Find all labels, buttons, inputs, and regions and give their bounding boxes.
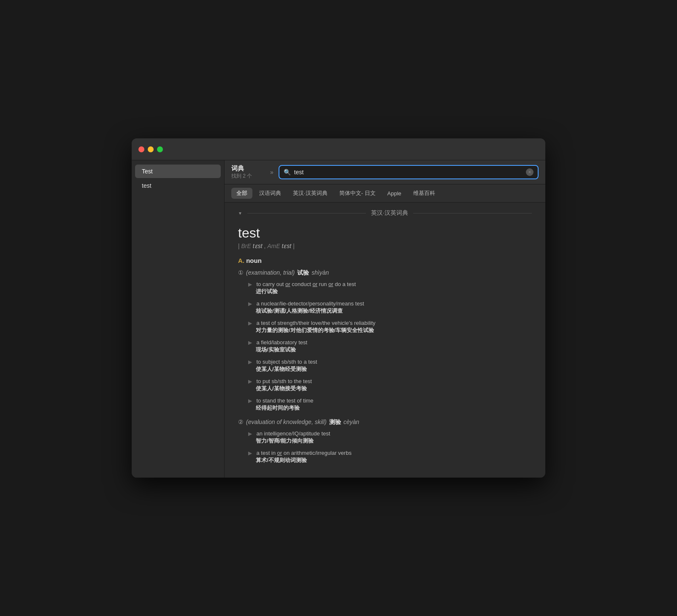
search-box: 🔍 × [279, 165, 539, 179]
header-subtitle: 找到 2 个 [231, 173, 265, 180]
example-1-6: ▶ to put sb/sth to the test 使某人/某物接受考验 [248, 377, 532, 392]
maximize-button[interactable] [157, 146, 163, 152]
example-zh: 现场/实验室试验 [256, 346, 532, 354]
main-layout: Test test 词典 找到 2 个 » 🔍 × [132, 160, 545, 478]
divider-left [247, 213, 366, 213]
example-1-7: ▶ to stand the test of time 经得起时间的考验 [248, 397, 532, 412]
bre-ipa: tɛst [253, 243, 263, 249]
example-zh: 智力/智商/能力倾向测验 [256, 437, 532, 445]
titlebar [132, 138, 545, 160]
example-1-3: ▶ a test of strength/their love/the vehi… [248, 319, 532, 334]
right-panel: 词典 找到 2 个 » 🔍 × 全部 汉语词典 英汉·汉英词典 简体中文- 日文 [225, 160, 545, 478]
content-area: ▼ 英汉·汉英词典 test | BrE tɛst , AmE tɛst | [225, 203, 545, 478]
example-zh: 核试验/测谎/人格测验/经济情况调查 [256, 307, 532, 315]
ame-ipa: tɛst [282, 243, 291, 249]
example-en: a test of strength/their love/the vehicl… [256, 320, 375, 326]
example-en: to carry out or conduct or run or do a t… [256, 281, 356, 287]
header-row: 词典 找到 2 个 » 🔍 × [225, 160, 545, 184]
close-button[interactable] [138, 146, 144, 152]
phonetics-separator-post: | [293, 243, 295, 249]
example-en: a field/laboratory test [256, 339, 307, 346]
sidebar-item-test[interactable]: test [135, 179, 221, 192]
minimize-button[interactable] [148, 146, 154, 152]
example-en: an intelligence/IQ/aptitude test [256, 430, 330, 437]
example-en: to put sb/sth to the test [256, 378, 312, 384]
traffic-lights [138, 146, 163, 152]
header-title: 词典 [231, 165, 265, 173]
example-zh: 经得起时间的考验 [256, 404, 532, 412]
example-en: to subject sb/sth to a test [256, 359, 317, 365]
pos-section-a: A. noun ① (examination, trial) 试验 shìyàn [238, 257, 532, 464]
search-icon: 🔍 [284, 169, 291, 176]
example-zh: 使某人/某物接受考验 [256, 385, 532, 392]
example-1-5: ▶ to subject sb/sth to a test 使某人/某物经受测验 [248, 358, 532, 373]
phonetics: | BrE tɛst , AmE tɛst | [238, 243, 532, 249]
example-zh: 使某人/某物经受测验 [256, 365, 532, 373]
tab-apple[interactable]: Apple [382, 189, 406, 198]
search-clear-button[interactable]: × [526, 168, 533, 176]
sidebar-item-Test[interactable]: Test [135, 165, 221, 178]
ame-label: AmE [267, 243, 280, 249]
search-input[interactable] [294, 169, 523, 176]
collapse-icon[interactable]: ▼ [238, 211, 242, 216]
filter-tabs: 全部 汉语词典 英汉·汉英词典 简体中文- 日文 Apple 维基百科 [225, 184, 545, 203]
example-1-2: ▶ a nuclear/lie-detector/personality/mea… [248, 300, 532, 315]
tab-all[interactable]: 全部 [231, 188, 252, 199]
definition-2: ② (evaluation of knowledge, skill) 测验 cè… [238, 419, 532, 464]
def-number-1: ① (examination, trial) 试验 shìyàn [238, 269, 532, 277]
example-2-1: ▶ an intelligence/IQ/aptitude test 智力/智商… [248, 430, 532, 445]
pos-label-a: A. noun [238, 257, 532, 264]
word-heading: test [238, 225, 532, 241]
example-zh: 进行试验 [256, 288, 532, 295]
phonetics-separator-pre: | [238, 243, 240, 249]
divider-right [413, 213, 532, 213]
dictionary-window: Test test 词典 找到 2 个 » 🔍 × [132, 138, 545, 478]
sidebar: Test test [132, 160, 225, 478]
bre-label: BrE [241, 243, 251, 249]
tab-en-zh[interactable]: 英汉·汉英词典 [288, 188, 333, 199]
example-2-2: ▶ a test in or on arithmetic/irregular v… [248, 449, 532, 464]
definition-1: ① (examination, trial) 试验 shìyàn ▶ to ca… [238, 269, 532, 412]
example-en: to stand the test of time [256, 397, 313, 404]
example-zh: 对力量的测验/对他们爱情的考验/车辆安全性试验 [256, 327, 532, 334]
def-number-2: ② (evaluation of knowledge, skill) 测验 cè… [238, 419, 532, 426]
dict-section-label: 英汉·汉英词典 [371, 209, 408, 217]
tab-simplified-jp[interactable]: 简体中文- 日文 [334, 188, 381, 199]
example-1-1: ▶ to carry out or conduct or run or do a… [248, 280, 532, 295]
phonetics-separator-mid: , [264, 243, 265, 249]
tab-chinese[interactable]: 汉语词典 [254, 188, 286, 199]
tab-wiki[interactable]: 维基百科 [408, 188, 440, 199]
example-en: a nuclear/lie-detector/personality/means… [256, 300, 364, 307]
dict-section-header: ▼ 英汉·汉英词典 [238, 209, 532, 217]
example-zh: 算术/不规则动词测验 [256, 457, 532, 464]
expand-icon[interactable]: » [270, 169, 274, 176]
example-en: a test in or on arithmetic/irregular ver… [256, 450, 351, 456]
header-title-area: 词典 找到 2 个 [231, 165, 265, 180]
example-1-4: ▶ a field/laboratory test 现场/实验室试验 [248, 338, 532, 354]
